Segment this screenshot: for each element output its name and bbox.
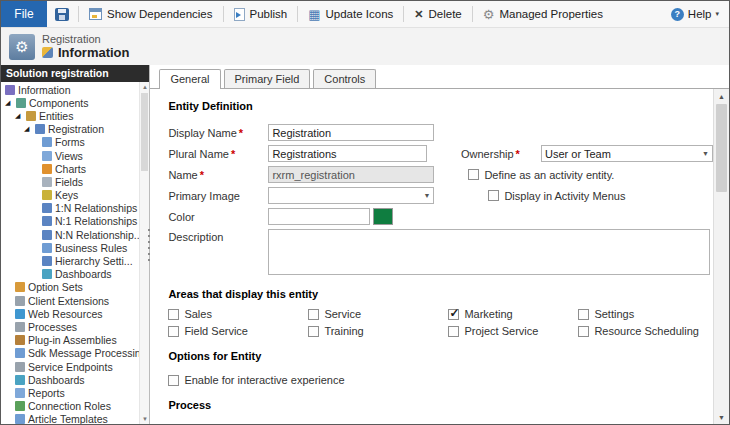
hierarchy-icon <box>42 256 52 266</box>
collapse-arrow-icon[interactable]: ◢ <box>15 112 23 120</box>
collapse-arrow-icon[interactable]: ◢ <box>24 125 32 133</box>
marketing-checkbox[interactable] <box>448 309 459 320</box>
display-activity-menus-checkbox[interactable] <box>488 190 499 201</box>
scroll-down-icon[interactable]: ▼ <box>714 410 729 424</box>
description-textarea[interactable] <box>268 229 710 275</box>
scroll-up-icon[interactable]: ▲ <box>140 82 149 92</box>
tab-controls[interactable]: Controls <box>313 69 376 88</box>
primary-image-select[interactable]: ▼ <box>268 187 434 204</box>
entities-icon <box>26 111 36 121</box>
delete-icon: ✕ <box>414 9 423 20</box>
sidebar-item-nn-relationships[interactable]: N:N Relationship... <box>1 228 149 241</box>
scroll-up-icon[interactable]: ▲ <box>714 89 729 103</box>
define-activity-checkbox[interactable] <box>468 169 479 180</box>
sidebar-item-hierarchy-settings[interactable]: Hierarchy Setti... <box>1 254 149 267</box>
sidebar-item-components[interactable]: ◢ Components <box>1 96 149 109</box>
header-entity-name: Registration <box>42 33 130 45</box>
entity-customization-icon: ⚙ <box>9 34 35 60</box>
description-label: Description <box>168 231 268 243</box>
sidebar-item-option-sets[interactable]: Option Sets <box>1 281 149 294</box>
sidebar-item-business-rules[interactable]: Business Rules <box>1 241 149 254</box>
file-button[interactable]: File <box>1 1 47 27</box>
scrollbar-thumb[interactable] <box>716 104 727 192</box>
update-icons-button[interactable]: ▦ Update Icons <box>299 1 402 27</box>
sidebar-item-registration[interactable]: ◢ Registration <box>1 123 149 136</box>
sidebar-item-processes[interactable]: Processes <box>1 320 149 333</box>
form-content: Entity Definition Display Name Plural Na… <box>150 89 713 424</box>
delete-button[interactable]: ✕ Delete <box>405 1 470 27</box>
sidebar-item-charts[interactable]: Charts <box>1 162 149 175</box>
help-caret-icon: ▾ <box>715 10 719 18</box>
sidebar-item-dashboards[interactable]: Dashboards <box>1 373 149 386</box>
option-sets-icon <box>15 282 25 292</box>
managed-properties-button[interactable]: ⚙ Managed Properties <box>474 1 612 27</box>
sidebar-item-article-templates[interactable]: Article Templates <box>1 413 149 424</box>
update-icons-icon: ▦ <box>308 8 320 21</box>
splitter-gripper[interactable] <box>146 227 152 263</box>
service-checkbox[interactable] <box>308 309 319 320</box>
area-marketing: Marketing <box>448 308 578 320</box>
service-endpoints-icon <box>15 362 25 372</box>
form-panel: Entity Definition Display Name Plural Na… <box>150 88 729 424</box>
sidebar-item-information[interactable]: Information <box>1 83 149 96</box>
sidebar-item-web-resources[interactable]: Web Resources <box>1 307 149 320</box>
tab-bar: General Primary Field Controls <box>150 65 729 88</box>
scrollbar-thumb[interactable] <box>141 93 148 171</box>
sidebar-item-n1-relationships[interactable]: N:1 Relationships <box>1 215 149 228</box>
sales-checkbox[interactable] <box>168 309 179 320</box>
sidebar-item-connection-roles[interactable]: Connection Roles <box>1 400 149 413</box>
color-input[interactable] <box>268 208 370 225</box>
relationship-icon <box>42 216 52 226</box>
sidebar-item-plugin-assemblies[interactable]: Plug-in Assemblies <box>1 334 149 347</box>
display-name-input[interactable] <box>268 124 434 141</box>
business-process-flows-checkbox[interactable] <box>168 424 179 425</box>
interactive-experience-checkbox[interactable] <box>168 375 179 386</box>
sidebar-item-sdk-message-processing[interactable]: Sdk Message Processin... <box>1 347 149 360</box>
tab-primary-field[interactable]: Primary Field <box>224 69 311 88</box>
section-entity-definition: Entity Definition <box>168 100 713 112</box>
publish-button[interactable]: Publish <box>225 1 297 27</box>
primary-image-row: Primary Image ▼ Display in Activity Menu… <box>168 187 713 204</box>
interactive-experience-row: Enable for interactive experience <box>168 374 713 386</box>
collapse-arrow-icon[interactable]: ◢ <box>5 99 13 107</box>
sidebar-item-keys[interactable]: Keys <box>1 189 149 202</box>
components-icon <box>16 98 26 108</box>
color-label: Color <box>168 211 268 223</box>
help-button[interactable]: ? Help ▾ <box>661 1 729 27</box>
main-scrollbar[interactable]: ▲ ▼ <box>713 89 729 424</box>
plural-name-input[interactable] <box>268 145 427 162</box>
sidebar-item-1n-relationships[interactable]: 1:N Relationships <box>1 202 149 215</box>
show-dependencies-button[interactable]: Show Dependencies <box>80 1 222 27</box>
area-resource-scheduling: Resource Scheduling <box>578 325 713 337</box>
resource-scheduling-checkbox[interactable] <box>578 326 589 337</box>
information-page-icon <box>42 47 53 58</box>
plural-name-label: Plural Name <box>168 148 268 160</box>
dashboards-icon <box>42 269 52 279</box>
managed-properties-icon: ⚙ <box>483 8 495 21</box>
field-service-checkbox[interactable] <box>168 326 179 337</box>
sidebar-item-views[interactable]: Views <box>1 149 149 162</box>
sidebar-item-reports[interactable]: Reports <box>1 386 149 399</box>
settings-checkbox[interactable] <box>578 309 589 320</box>
sidebar-item-service-endpoints[interactable]: Service Endpoints <box>1 360 149 373</box>
display-activity-menus-group: Display in Activity Menus <box>488 190 625 202</box>
scroll-down-icon[interactable]: ▼ <box>140 414 149 424</box>
color-row: Color <box>168 208 713 225</box>
project-service-checkbox[interactable] <box>448 326 459 337</box>
sidebar-title: Solution registration <box>1 65 149 82</box>
sidebar-item-fields[interactable]: Fields <box>1 175 149 188</box>
ownership-select[interactable]: User or Team ▼ <box>541 145 713 162</box>
toolbar-separator <box>223 6 224 22</box>
save-icon[interactable] <box>55 8 69 21</box>
sidebar-item-client-extensions[interactable]: Client Extensions <box>1 294 149 307</box>
sidebar: Solution registration Information ◢ Comp… <box>1 65 150 424</box>
sidebar-item-forms[interactable]: Forms <box>1 136 149 149</box>
training-checkbox[interactable] <box>308 326 319 337</box>
relationship-icon <box>42 230 52 240</box>
area-service: Service <box>308 308 448 320</box>
color-swatch[interactable] <box>373 208 393 225</box>
sidebar-item-entity-dashboards[interactable]: Dashboards <box>1 268 149 281</box>
tab-general[interactable]: General <box>159 69 220 89</box>
sidebar-item-entities[interactable]: ◢ Entities <box>1 109 149 122</box>
information-icon <box>5 85 15 95</box>
